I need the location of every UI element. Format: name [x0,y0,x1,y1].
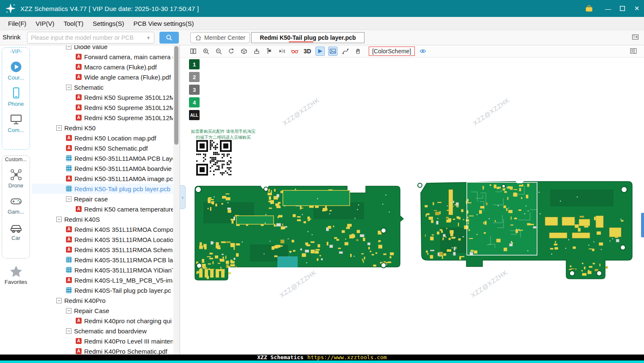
tree-item[interactable]: −Repair Case [32,305,173,316]
tree-item[interactable]: AMacro camera (Fluke).pdf [32,62,173,72]
member-center-button[interactable]: Member Center [190,32,250,43]
tree-scrollbar[interactable] [173,45,179,355]
tree-item[interactable]: −Diode value [32,45,173,52]
pdf-file-icon: A [66,176,72,182]
tree-item[interactable]: ARedmi K40S 351L11RMOA Locatio [32,234,173,245]
curve-measure-icon[interactable] [341,47,350,56]
tree-item[interactable]: −Repair case [32,194,173,204]
panel-collapse-handle[interactable]: ‹ [180,185,186,209]
tree-item[interactable]: ARedmi K40S 351L11RMOA Schema [32,245,173,255]
pcb-canvas[interactable] [186,177,639,284]
tree-scrollbar-thumb[interactable] [174,46,178,145]
tree-item-label: Redmi K50 Location map.pdf [74,135,156,142]
status-bar: XZZ Schematics https://www.xzztools.com [0,355,644,360]
tree-item[interactable]: ARedmi K40Pro Schematic.pdf [32,346,173,355]
tree-item[interactable]: ARedmi K50 Schematic.pdf [32,143,173,153]
collapse-toggle-icon[interactable]: − [56,217,62,222]
right-scroll-handle[interactable] [641,213,644,237]
image-overlay-icon[interactable] [328,47,337,56]
tree-item[interactable]: ARedmi K40S-L19_MB_PCB_V5-ima [32,275,173,285]
split-view-icon[interactable] [189,47,198,56]
close-button[interactable]: ✕ [630,0,644,17]
tree-item[interactable]: ARedmi K40Pro Level III mainten [32,336,173,346]
license-briefcase-icon[interactable] [585,4,593,13]
tree-item[interactable]: Redmi K40S-Tail plug pcb layer.pc [32,285,173,295]
jump-arrow-icon[interactable] [315,47,325,56]
zoom-in-icon[interactable] [201,47,211,56]
tree-item[interactable]: ARedmi K50 Location map.pdf [32,133,173,143]
tab-red-underline [289,41,313,42]
collapse-toggle-icon[interactable]: − [66,308,71,314]
tree-item[interactable]: Redmi K50-351L11AM0A boardvie [32,163,173,173]
collapse-toggle-icon[interactable]: − [66,328,71,334]
eye-icon[interactable] [418,47,428,56]
tree-item[interactable]: ARedmi K40pro not charging qui [32,316,173,326]
tree-item[interactable]: ARedmi K50-351L11AM0A image.pc [32,173,173,184]
collapse-toggle-icon[interactable]: − [56,125,62,131]
layer-button-4[interactable]: 4 [189,97,200,107]
minimize-button[interactable]: — [601,0,615,17]
pan-hand-icon[interactable] [354,47,363,56]
menu-item-settingss[interactable]: Settings(S) [88,20,129,27]
tree-item[interactable]: ARedmi K40S 351L11RMOA Compo [32,224,173,234]
menu-item-vipv[interactable]: VIP(V) [31,20,59,27]
tree-item[interactable]: ARedmi K50 Supreme 3510L12M [32,113,173,123]
tree-item-label: Redmi K40S 351L11RMOA Schema [74,246,173,253]
sidebar-item-drone[interactable]: Drone [2,169,30,189]
board-top-icon[interactable] [239,47,249,56]
window-title: XZZ Schematics V4.77 [ VIP Due date: 202… [20,5,199,12]
tree-item[interactable]: Redmi K50-351L11AM0A PCB Laye [32,153,173,163]
document-tab[interactable]: Redmi K50-Tail plug pcb layer.pcb [251,32,364,43]
collapse-toggle-icon[interactable]: − [66,196,71,202]
status-url[interactable]: https://www.xzztools.com [307,355,387,360]
tree-item-label: Redmi K40S 351L11RMOA Compo [74,226,173,233]
tree-item[interactable]: Redmi K40S-351L11RMOA PCB lay [32,255,173,265]
layer-button-1[interactable]: 1 [189,59,200,69]
tree-item[interactable]: −Redmi K40Pro [32,295,173,305]
label-3d[interactable]: 3D [303,48,312,55]
close-tab-group-icon[interactable] [632,33,639,41]
sidebar-item-car[interactable]: Car [2,221,30,241]
tree-item[interactable]: Redmi K40S-351L11RMOA YiDianT [32,265,173,275]
sidebar-item-course[interactable]: Cour... [2,61,30,81]
shrink-button[interactable]: Shrink [3,33,21,41]
colorscheme-button[interactable]: [ColorScheme] [369,47,415,56]
layer-button-3[interactable]: 3 [189,85,200,95]
collapse-toggle-icon[interactable]: − [66,85,71,90]
tree-item[interactable]: AWide angle camera (Fluke).pdf [32,72,173,82]
sidebar-item-phone[interactable]: Phone [2,87,30,107]
sidebar-item-favorites[interactable]: Favorites [0,265,32,285]
glasses-3d-icon[interactable] [290,47,299,56]
tree-item[interactable]: −Schematic and boardview [32,326,173,336]
collapse-toggle-icon[interactable]: − [66,45,71,50]
menu-item-toolt[interactable]: Tool(T) [59,20,88,27]
tree-item[interactable]: ARedmi K50 Supreme 3510L12M [32,102,173,113]
search-input[interactable] [31,34,145,41]
layer-panel-toggle-icon[interactable] [630,47,637,55]
document-tab-label: Redmi K50-Tail plug pcb layer.pcb [260,34,356,41]
model-search-combobox[interactable]: ▼ [27,32,154,44]
menu-item-filef[interactable]: File(F) [3,20,31,27]
tree-item[interactable]: −Schematic [32,82,173,92]
tree-item[interactable]: AForward camera, main camera ( [32,52,173,62]
flip-horizontal-icon[interactable] [277,47,287,56]
maximize-button[interactable] [615,0,630,17]
layer-button-all[interactable]: ALL [189,110,200,120]
refresh-icon[interactable] [227,47,236,56]
tree-item[interactable]: Redmi K50-Tail plug pcb layer.pcb [32,184,173,194]
board-bottom-icon[interactable] [252,47,261,56]
search-button[interactable] [159,32,179,44]
collapse-toggle-icon[interactable]: − [56,298,62,303]
layer-button-2[interactable]: 2 [189,72,200,82]
zoom-out-icon[interactable] [214,47,223,56]
tree-item[interactable]: ARedmi K50 camera temperature [32,204,173,214]
menu-item-pcbviewsettingss[interactable]: PCB View settings(S) [129,20,198,27]
tree-item[interactable]: −Redmi K40S [32,214,173,224]
tree-item[interactable]: ARedmi K50 Supreme 3510L12M [32,92,173,102]
pdf-file-icon: A [76,338,82,344]
sidebar-item-game[interactable]: Gam... [2,195,30,215]
chevron-down-icon[interactable]: ▼ [146,36,151,40]
flag-marker-icon[interactable] [265,47,274,56]
sidebar-item-computer[interactable]: Com... [2,113,30,133]
tree-item[interactable]: −Redmi K50 [32,123,173,133]
